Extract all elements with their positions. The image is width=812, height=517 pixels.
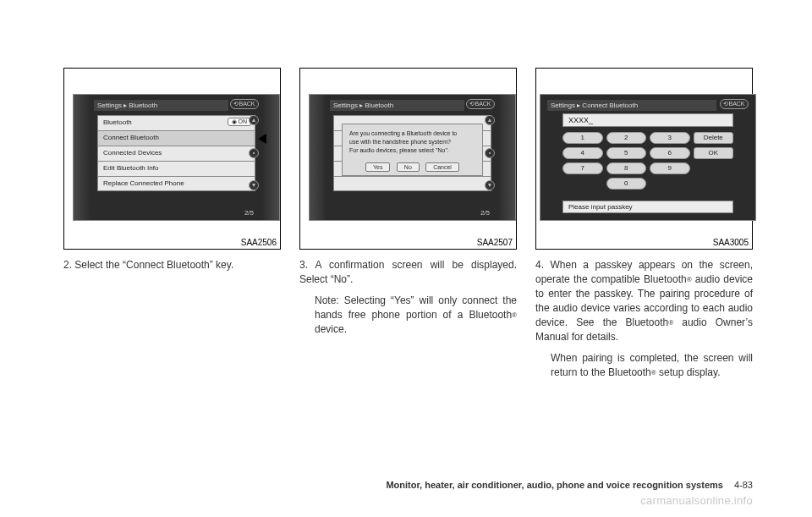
- menu-item-label: Connected Devices: [103, 149, 162, 157]
- step-4-para2: When pairing is completed, the screen wi…: [535, 351, 753, 380]
- footer-page-number: 4-83: [734, 480, 753, 490]
- fig1-menu: Bluetooth ◉ ON Connect Bluetooth Connect…: [97, 115, 255, 191]
- no-button[interactable]: No: [397, 162, 420, 172]
- dialog-line1: Are you connecting a Bluetooth device to: [349, 130, 457, 136]
- figure-2: Settings ▸ Bluetooth ⟲BACK Are you conne…: [299, 68, 517, 250]
- page-indicator: 2/5: [480, 209, 490, 217]
- menu-item-replace-connected-phone[interactable]: Replace Connected Phone: [97, 176, 255, 191]
- page-footer: Monitor, heater, air conditioner, audio,…: [386, 480, 753, 490]
- figure-caption: SAA2506: [241, 238, 277, 247]
- registered-icon: ®: [512, 311, 517, 319]
- keypad: 1 2 3 Delete 4 5 6 OK 7 8 9 0: [562, 132, 733, 190]
- key-8[interactable]: 8: [606, 162, 647, 174]
- menu-item-connected-devices[interactable]: Connected Devices: [97, 146, 255, 161]
- dialog-text: Are you connecting a Bluetooth device to…: [349, 129, 475, 155]
- menu-item-edit-bluetooth-info[interactable]: Edit Bluetooth Info: [97, 161, 255, 176]
- figure-1: Settings ▸ Bluetooth ⟲BACK Bluetooth ◉ O…: [63, 68, 281, 250]
- step-2-line: 2. Select the “Connect Bluetooth” key.: [63, 258, 281, 272]
- menu-item-label: Edit Bluetooth Info: [103, 164, 158, 172]
- fig1-screen: Settings ▸ Bluetooth ⟲BACK Bluetooth ◉ O…: [73, 94, 280, 221]
- bezel-left: [74, 95, 91, 220]
- on-toggle[interactable]: ◉ ON: [228, 118, 251, 126]
- step-3-note: Note: Selecting “Yes” will only connect …: [299, 294, 517, 337]
- key-6[interactable]: 6: [650, 147, 690, 159]
- scroll-up-icon[interactable]: ▲: [249, 115, 259, 125]
- scroll-up-icon[interactable]: ▲: [485, 115, 495, 125]
- page-columns: Settings ▸ Bluetooth ⟲BACK Bluetooth ◉ O…: [63, 68, 753, 387]
- bezel-right: [498, 95, 515, 220]
- column-3: Settings ▸ Connect Bluetooth ⟲BACK XXXX_…: [535, 68, 753, 387]
- menu-item-label: Bluetooth: [103, 118, 132, 126]
- menu-item-label: Replace Connected Phone: [103, 179, 184, 187]
- key-delete[interactable]: Delete: [694, 132, 734, 144]
- key-2[interactable]: 2: [606, 132, 647, 144]
- figure-caption: SAA3005: [713, 238, 749, 247]
- dialog-line2: use with the handsfree phone system?: [349, 139, 451, 145]
- figure-caption: SAA2507: [477, 238, 513, 247]
- breadcrumb: Settings ▸ Bluetooth: [94, 100, 228, 111]
- back-button[interactable]: ⟲BACK: [466, 99, 495, 109]
- scroll-dot-icon[interactable]: •: [485, 148, 495, 158]
- figure-3: Settings ▸ Connect Bluetooth ⟲BACK XXXX_…: [535, 68, 753, 250]
- fig2-screen: Settings ▸ Bluetooth ⟲BACK Are you conne…: [309, 94, 516, 221]
- step3c: device.: [315, 323, 347, 335]
- scroll-arrows: ▲ • ▼: [249, 115, 261, 190]
- footer-section-title: Monitor, heater, air conditioner, audio,…: [386, 480, 723, 490]
- breadcrumb: Settings ▸ Connect Bluetooth: [547, 100, 716, 111]
- key-4[interactable]: 4: [562, 147, 603, 159]
- breadcrumb: Settings ▸ Bluetooth: [330, 100, 464, 111]
- key-0[interactable]: 0: [606, 178, 647, 190]
- key-ok[interactable]: OK: [694, 147, 734, 159]
- scroll-down-icon[interactable]: ▼: [249, 180, 259, 190]
- bezel-right: [262, 95, 279, 220]
- menu-item-label: Connect Bluetooth: [103, 134, 159, 141]
- column-2: Settings ▸ Bluetooth ⟲BACK Are you conne…: [299, 68, 517, 387]
- dialog-line3: For audio devices, please select "No".: [349, 147, 449, 153]
- step-4-text: 4. When a passkey appears on the screen,…: [535, 258, 753, 380]
- key-1[interactable]: 1: [562, 132, 603, 144]
- column-1: Settings ▸ Bluetooth ⟲BACK Bluetooth ◉ O…: [63, 68, 281, 387]
- page-indicator: 2/5: [244, 209, 254, 217]
- step-3-line1: 3. A confirmation screen will be display…: [299, 258, 517, 287]
- step3b: Note: Selecting “Yes” will only connect …: [315, 294, 517, 321]
- scroll-arrows: ▲ • ▼: [485, 115, 497, 190]
- key-3[interactable]: 3: [650, 132, 690, 144]
- key-9[interactable]: 9: [650, 162, 690, 174]
- yes-button[interactable]: Yes: [365, 162, 390, 172]
- dialog-buttons: Yes No Cancel: [349, 160, 475, 172]
- scroll-dot-icon[interactable]: •: [249, 148, 259, 158]
- ghost-row: [333, 176, 491, 191]
- bezel-left: [310, 95, 326, 220]
- back-button[interactable]: ⟲BACK: [720, 99, 749, 109]
- keypad-hint: Please input passkey: [562, 201, 733, 213]
- back-button[interactable]: ⟲BACK: [230, 99, 259, 109]
- step-2-text: 2. Select the “Connect Bluetooth” key.: [63, 258, 281, 272]
- confirmation-dialog: Are you connecting a Bluetooth device to…: [342, 124, 483, 176]
- step-3-text: 3. A confirmation screen will be display…: [299, 258, 517, 337]
- step-4-para1: 4. When a passkey appears on the screen,…: [535, 258, 753, 344]
- key-7[interactable]: 7: [562, 162, 603, 174]
- cancel-button[interactable]: Cancel: [425, 162, 459, 172]
- menu-item-bluetooth[interactable]: Bluetooth ◉ ON: [97, 115, 255, 130]
- watermark: carmanualsonline.info: [640, 494, 753, 507]
- step4e: setup display.: [656, 366, 721, 378]
- passkey-input[interactable]: XXXX_: [562, 113, 733, 127]
- scroll-down-icon[interactable]: ▼: [485, 180, 495, 190]
- key-5[interactable]: 5: [606, 147, 647, 159]
- menu-item-connect-bluetooth[interactable]: Connect Bluetooth: [97, 130, 255, 146]
- fig3-screen: Settings ▸ Connect Bluetooth ⟲BACK XXXX_…: [540, 94, 756, 221]
